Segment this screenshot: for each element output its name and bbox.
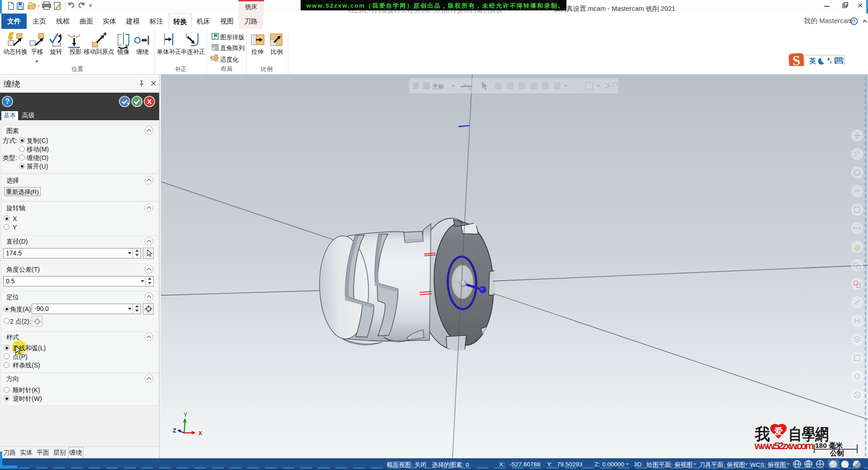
svg-text:180 毫米: 180 毫米	[815, 442, 843, 449]
svg-text:?: ?	[5, 98, 10, 105]
svg-text:光标: 光标	[432, 83, 444, 90]
svg-text:X: X	[147, 98, 151, 105]
svg-text:X: X	[198, 430, 203, 437]
svg-text:www.52zxw.com: www.52zxw.com	[754, 440, 814, 451]
svg-text:爱: 爱	[774, 427, 783, 436]
svg-text:S: S	[792, 52, 801, 66]
svg-text:英: 英	[809, 57, 816, 65]
svg-text:公制: 公制	[830, 449, 844, 457]
svg-text:?: ?	[853, 19, 856, 24]
svg-text:Z: Z	[173, 427, 176, 434]
svg-text:Y: Y	[184, 411, 188, 418]
